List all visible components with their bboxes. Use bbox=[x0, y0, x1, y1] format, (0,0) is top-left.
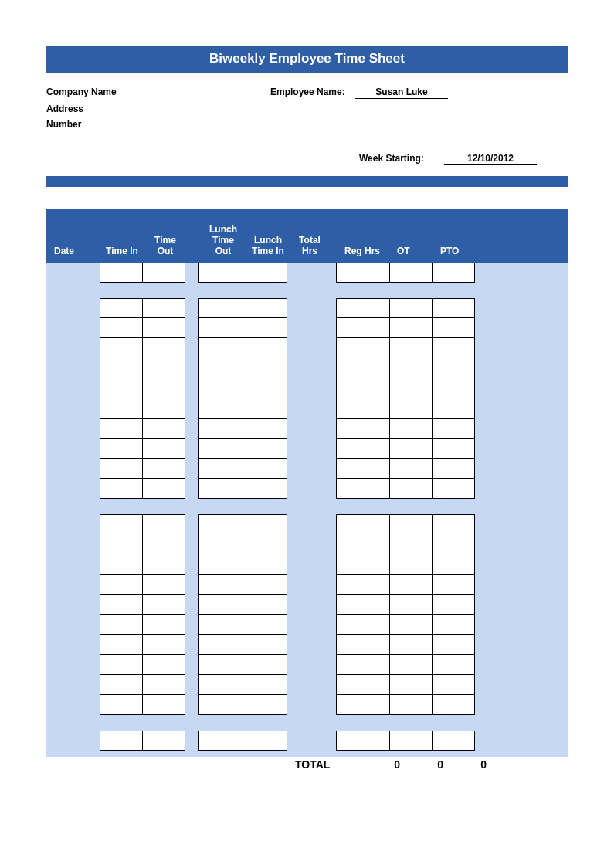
cell[interactable] bbox=[243, 398, 287, 419]
cell[interactable] bbox=[100, 358, 143, 378]
cell[interactable] bbox=[432, 674, 475, 695]
cell[interactable] bbox=[432, 574, 475, 595]
cell[interactable] bbox=[389, 574, 433, 595]
cell[interactable] bbox=[336, 614, 390, 635]
cell[interactable] bbox=[243, 438, 287, 459]
cell[interactable] bbox=[142, 554, 185, 575]
cell[interactable] bbox=[389, 634, 433, 655]
cell[interactable] bbox=[142, 674, 185, 695]
cell[interactable] bbox=[243, 418, 287, 439]
cell[interactable] bbox=[389, 731, 433, 751]
cell[interactable] bbox=[432, 554, 475, 575]
cell[interactable] bbox=[243, 514, 287, 534]
cell[interactable] bbox=[336, 358, 390, 378]
cell[interactable] bbox=[432, 263, 475, 283]
cell[interactable] bbox=[336, 458, 390, 479]
cell[interactable] bbox=[432, 594, 475, 615]
cell[interactable] bbox=[100, 398, 143, 419]
cell[interactable] bbox=[198, 554, 243, 575]
cell[interactable] bbox=[100, 694, 143, 715]
cell[interactable] bbox=[198, 298, 243, 318]
cell[interactable] bbox=[198, 418, 243, 439]
cell[interactable] bbox=[100, 654, 143, 675]
cell[interactable] bbox=[336, 317, 390, 338]
cell[interactable] bbox=[198, 614, 243, 635]
cell[interactable] bbox=[432, 694, 475, 715]
cell[interactable] bbox=[100, 298, 143, 318]
cell[interactable] bbox=[336, 418, 390, 439]
cell[interactable] bbox=[198, 378, 243, 398]
cell[interactable] bbox=[198, 674, 243, 695]
cell[interactable] bbox=[100, 337, 143, 358]
cell[interactable] bbox=[243, 478, 287, 499]
cell[interactable] bbox=[198, 594, 243, 615]
cell[interactable] bbox=[336, 378, 390, 398]
cell[interactable] bbox=[100, 418, 143, 439]
cell[interactable] bbox=[243, 654, 287, 675]
cell[interactable] bbox=[142, 378, 185, 398]
cell[interactable] bbox=[389, 594, 433, 615]
cell[interactable] bbox=[142, 478, 185, 499]
cell[interactable] bbox=[389, 694, 433, 715]
cell[interactable] bbox=[100, 378, 143, 398]
cell[interactable] bbox=[389, 358, 433, 378]
cell[interactable] bbox=[142, 514, 185, 534]
cell[interactable] bbox=[243, 731, 287, 751]
cell[interactable] bbox=[243, 378, 287, 398]
cell[interactable] bbox=[389, 554, 433, 575]
cell[interactable] bbox=[100, 634, 143, 655]
cell[interactable] bbox=[142, 263, 185, 283]
cell[interactable] bbox=[432, 634, 475, 655]
cell[interactable] bbox=[100, 674, 143, 695]
cell[interactable] bbox=[100, 263, 143, 283]
cell[interactable] bbox=[100, 438, 143, 459]
cell[interactable] bbox=[389, 337, 433, 358]
cell[interactable] bbox=[432, 731, 475, 751]
cell[interactable] bbox=[100, 574, 143, 595]
cell[interactable] bbox=[389, 614, 433, 635]
cell[interactable] bbox=[389, 298, 433, 318]
cell[interactable] bbox=[142, 594, 185, 615]
cell[interactable] bbox=[198, 263, 243, 283]
cell[interactable] bbox=[432, 614, 475, 635]
cell[interactable] bbox=[243, 534, 287, 554]
cell[interactable] bbox=[432, 438, 475, 459]
cell[interactable] bbox=[336, 298, 390, 318]
cell[interactable] bbox=[432, 534, 475, 554]
cell[interactable] bbox=[142, 458, 185, 479]
cell[interactable] bbox=[198, 654, 243, 675]
cell[interactable] bbox=[389, 263, 433, 283]
cell[interactable] bbox=[198, 358, 243, 378]
cell[interactable] bbox=[336, 534, 390, 554]
cell[interactable] bbox=[100, 594, 143, 615]
cell[interactable] bbox=[243, 263, 287, 283]
cell[interactable] bbox=[198, 514, 243, 534]
cell[interactable] bbox=[198, 731, 243, 751]
cell[interactable] bbox=[142, 694, 185, 715]
cell[interactable] bbox=[243, 337, 287, 358]
cell[interactable] bbox=[142, 634, 185, 655]
cell[interactable] bbox=[243, 554, 287, 575]
cell[interactable] bbox=[432, 398, 475, 419]
cell[interactable] bbox=[243, 694, 287, 715]
cell[interactable] bbox=[336, 634, 390, 655]
cell[interactable] bbox=[142, 298, 185, 318]
cell[interactable] bbox=[142, 574, 185, 595]
cell[interactable] bbox=[198, 478, 243, 499]
cell[interactable] bbox=[336, 514, 390, 534]
cell[interactable] bbox=[336, 674, 390, 695]
cell[interactable] bbox=[389, 458, 433, 479]
cell[interactable] bbox=[432, 358, 475, 378]
cell[interactable] bbox=[243, 358, 287, 378]
cell[interactable] bbox=[243, 634, 287, 655]
cell[interactable] bbox=[198, 438, 243, 459]
cell[interactable] bbox=[142, 614, 185, 635]
cell[interactable] bbox=[336, 731, 390, 751]
cell[interactable] bbox=[336, 554, 390, 575]
cell[interactable] bbox=[243, 317, 287, 338]
cell[interactable] bbox=[389, 378, 433, 398]
cell[interactable] bbox=[336, 478, 390, 499]
cell[interactable] bbox=[198, 317, 243, 338]
cell[interactable] bbox=[336, 337, 390, 358]
cell[interactable] bbox=[389, 674, 433, 695]
